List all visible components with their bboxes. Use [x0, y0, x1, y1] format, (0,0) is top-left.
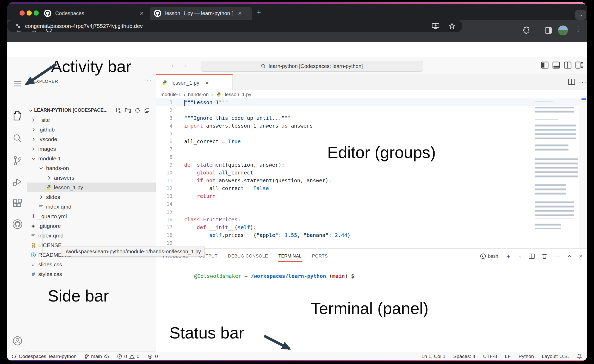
- code-line-3[interactable]: 3"""Ignore this code up until...""": [156, 114, 579, 122]
- panel-more-icon[interactable]: ···: [554, 254, 560, 259]
- tab-close-icon[interactable]: ✕: [205, 80, 209, 86]
- panel-tab-debug-console[interactable]: DEBUG CONSOLE: [228, 254, 268, 259]
- window-close-button[interactable]: [20, 10, 25, 16]
- remote-indicator[interactable]: Codespaces: learn-python: [11, 354, 77, 359]
- tab-search-button[interactable]: ⌄: [575, 10, 586, 20]
- breadcrumb[interactable]: module-1 › hands-on › lesson_1.py: [156, 90, 587, 98]
- editor-tab-lesson1[interactable]: lesson_1.py ✕: [156, 74, 233, 90]
- bookmark-star-icon[interactable]: [448, 22, 456, 30]
- toggle-panel-icon[interactable]: [552, 61, 560, 69]
- minimap[interactable]: [535, 102, 579, 237]
- tree-item-index-qmd[interactable]: index.qmd: [27, 231, 156, 240]
- branch-indicator[interactable]: main: [84, 354, 109, 359]
- accounts-icon[interactable]: [7, 336, 27, 346]
- code-line-1[interactable]: 1"""Lesson 1""": [156, 98, 579, 106]
- address-bar[interactable]: congenial-bassoon-4rpq7v4j755274vj.githu…: [7, 20, 462, 32]
- window-zoom-button[interactable]: [34, 10, 39, 16]
- code-line-19[interactable]: 19: [156, 239, 579, 247]
- editor-more-actions-icon[interactable]: ···: [579, 78, 587, 86]
- browser-tab-active[interactable]: lesson_1.py — learn-python [ ✕: [150, 7, 252, 20]
- tab-close-icon[interactable]: ✕: [139, 10, 144, 16]
- tree-item-answers[interactable]: answers: [27, 173, 156, 183]
- extensions-puzzle-icon[interactable]: [523, 27, 531, 35]
- tree-item-site[interactable]: _site: [27, 115, 156, 125]
- code-line-15[interactable]: 15: [156, 208, 579, 216]
- tree-item-hands-on[interactable]: hands-on: [27, 163, 156, 173]
- terminal-prompt[interactable]: @Cotswoldsmaker → /workspaces/learn-pyth…: [163, 264, 354, 272]
- menu-hamburger-icon[interactable]: [7, 81, 27, 87]
- source-control-icon[interactable]: [7, 155, 27, 166]
- code-line-12[interactable]: 12 all_correct = False: [156, 184, 579, 192]
- search-icon[interactable]: [7, 134, 27, 143]
- split-terminal-icon[interactable]: [529, 253, 535, 259]
- close-panel-icon[interactable]: ✕: [579, 253, 583, 259]
- tree-item-vscode[interactable]: .vscode: [27, 134, 156, 144]
- tree-item-styles-css[interactable]: #styles.css: [27, 269, 156, 279]
- tree-item-slides[interactable]: slides: [27, 192, 156, 202]
- side-panel-icon[interactable]: [544, 27, 552, 34]
- code-line-14[interactable]: 14: [156, 200, 579, 208]
- status-item-lf[interactable]: LF: [505, 354, 511, 359]
- kill-terminal-trash-icon[interactable]: [542, 253, 547, 259]
- code-editor[interactable]: 1"""Lesson 1"""23"""Ignore this code up …: [156, 98, 579, 248]
- window-minimize-button[interactable]: [27, 10, 32, 16]
- back-icon[interactable]: ←: [15, 26, 22, 34]
- vscode-forward-icon[interactable]: →: [181, 61, 188, 69]
- problems-indicator[interactable]: 0 0: [117, 354, 139, 359]
- run-debug-icon[interactable]: [7, 177, 27, 187]
- new-file-icon[interactable]: [115, 108, 121, 113]
- tree-item-images[interactable]: images: [27, 144, 156, 154]
- status-item-layout-u-s[interactable]: Layout: U.S.: [542, 354, 569, 359]
- breadcrumb-module-1[interactable]: module-1: [160, 92, 181, 97]
- toggle-sidebar-icon[interactable]: [541, 61, 549, 69]
- panel-tab-ports[interactable]: PORTS: [312, 254, 328, 259]
- install-app-icon[interactable]: [432, 23, 440, 29]
- status-item-utf-8[interactable]: UTF-8: [483, 354, 497, 359]
- tree-item-index-qmd[interactable]: index.qmd: [27, 202, 156, 211]
- explorer-files-icon[interactable]: [7, 111, 27, 121]
- code-line-10[interactable]: 10 global all_correct: [156, 169, 579, 177]
- toggle-secondary-sidebar-icon[interactable]: [564, 61, 572, 69]
- terminal-shell-selector[interactable]: bash: [480, 253, 498, 259]
- reload-icon[interactable]: [45, 26, 53, 33]
- explorer-more-icon[interactable]: ···: [144, 77, 152, 84]
- vscode-back-icon[interactable]: ←: [170, 61, 177, 69]
- panel-tab-terminal[interactable]: TERMINAL: [278, 254, 301, 259]
- maximize-panel-icon[interactable]: [567, 255, 572, 258]
- workspace-section-header[interactable]: LEARN-PYTHON [CODESPACE...: [27, 105, 156, 115]
- tree-item-slides-css[interactable]: #slides.css: [27, 260, 156, 269]
- code-line-13[interactable]: 13 return: [156, 192, 579, 200]
- github-icon[interactable]: [7, 219, 27, 229]
- split-editor-icon[interactable]: [568, 78, 575, 85]
- code-line-5[interactable]: 5: [156, 130, 579, 137]
- code-line-18[interactable]: 18 self.prices = {"apple": 1.55, "banana…: [156, 231, 579, 239]
- code-line-16[interactable]: 16class FruitPrices:: [156, 216, 579, 223]
- extensions-icon[interactable]: [7, 199, 27, 209]
- new-folder-icon[interactable]: [125, 108, 131, 113]
- tree-item-gitignore[interactable]: ◈.gitignore: [27, 221, 156, 231]
- code-line-2[interactable]: 2: [156, 106, 579, 114]
- new-tab-button[interactable]: +: [257, 8, 261, 17]
- tab-close-icon[interactable]: ✕: [238, 10, 242, 16]
- tree-item-github[interactable]: .github: [27, 125, 156, 134]
- notifications-bell-icon[interactable]: [577, 354, 582, 359]
- browser-tab-codespaces[interactable]: Codespaces ✕: [44, 7, 148, 20]
- profile-avatar[interactable]: [558, 26, 568, 35]
- tree-item-module-1[interactable]: module-1: [27, 154, 156, 163]
- collapse-folders-icon[interactable]: [144, 108, 150, 113]
- terminal-dropdown-icon[interactable]: ⌄: [518, 254, 522, 259]
- forward-icon[interactable]: →: [30, 26, 38, 34]
- new-terminal-icon[interactable]: ＋: [505, 252, 512, 261]
- status-item-python[interactable]: Python: [518, 354, 534, 359]
- browser-menu-kebab-icon[interactable]: ⋮: [575, 25, 581, 33]
- status-item-ln-1-col-1[interactable]: Ln 1, Col 1: [422, 354, 445, 359]
- status-item-spaces-4[interactable]: Spaces: 4: [453, 354, 475, 359]
- code-line-9[interactable]: 9def statement(question, answer):: [156, 161, 579, 169]
- refresh-icon[interactable]: [135, 108, 140, 113]
- code-line-4[interactable]: 4import answers.lesson_1_anwers as answe…: [156, 122, 579, 130]
- tree-item-lesson-1-py[interactable]: lesson_1.py: [27, 183, 156, 192]
- broadcast-indicator[interactable]: 0: [147, 354, 158, 359]
- code-line-17[interactable]: 17 def __init__(self):: [156, 223, 579, 231]
- command-center-search[interactable]: learn-python [Codespaces: learn-python]: [201, 61, 423, 72]
- breadcrumb-hands-on[interactable]: hands-on: [188, 92, 209, 97]
